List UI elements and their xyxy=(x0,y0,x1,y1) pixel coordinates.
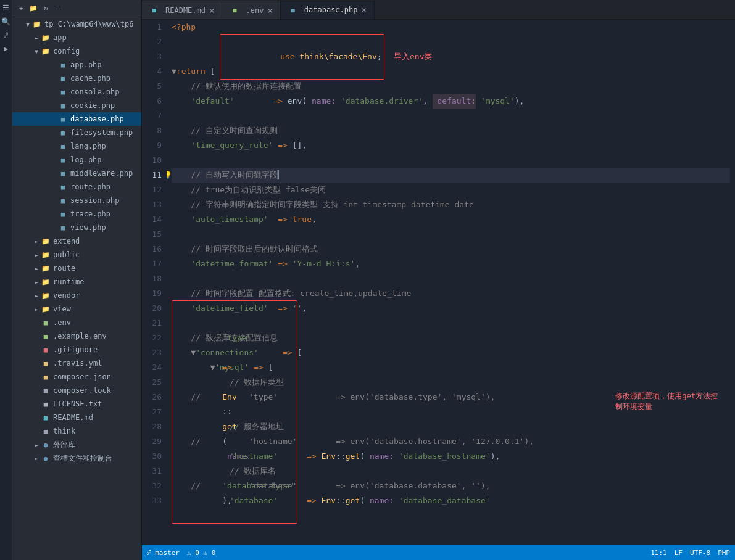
refresh-icon[interactable]: ↻ xyxy=(41,4,51,14)
trace-php-icon: ■ xyxy=(58,209,68,219)
l17-sp3 xyxy=(288,257,293,271)
code-content[interactable]: <?php use think\facade\Env; 导入env类 ▼ ret… xyxy=(167,20,735,545)
tree-item-gitignore[interactable]: ■ .gitignore xyxy=(12,343,141,356)
extend-icon: 📁 xyxy=(41,236,51,246)
config-folder-icon: 📁 xyxy=(41,46,51,56)
code-line-16: // 时间字段取出后的默认时间格式 xyxy=(172,242,730,257)
tree-item-license[interactable]: ■ LICENSE.txt xyxy=(12,397,141,411)
tree-item-scratches[interactable]: ► ● 查槽文件和控制台 xyxy=(12,451,141,465)
bulb-icon: 💡 xyxy=(167,168,172,183)
tree-item-config[interactable]: ▼ 📁 config xyxy=(12,44,141,58)
cache-php-icon: ■ xyxy=(58,73,68,83)
tree-item-cookie-php[interactable]: ■ cookie.php xyxy=(12,99,141,112)
tree-item-travis[interactable]: ■ .travis.yml xyxy=(12,356,141,370)
tree-item-composer-json[interactable]: ■ composer.json xyxy=(12,370,141,384)
status-warnings: ⚠ 0 ⚠ 0 xyxy=(187,549,215,557)
tree-item-external[interactable]: ► ● 外部库 xyxy=(12,438,141,451)
l33-name: name: xyxy=(365,493,394,508)
tree-item-filesystem-php[interactable]: ■ filesystem.php xyxy=(12,126,141,139)
tree-item-trace-php[interactable]: ■ trace.php xyxy=(12,207,141,221)
tree-item-view-php[interactable]: ■ view.php xyxy=(12,221,141,234)
tree-item-console-php[interactable]: ■ console.php xyxy=(12,85,141,99)
session-php-icon: ■ xyxy=(58,196,68,205)
route-php-icon: ■ xyxy=(58,182,68,192)
tab-env[interactable]: ■ .env × xyxy=(222,1,280,19)
session-php-label: session.php xyxy=(70,196,119,205)
tab-database-close[interactable]: × xyxy=(362,6,367,14)
route-icon: 📁 xyxy=(41,263,51,273)
tab-database[interactable]: ■ database.php × xyxy=(281,1,375,19)
l30-sp3 xyxy=(317,449,322,464)
code-line-6: 'default' => env( name: 'database.driver… xyxy=(172,94,730,109)
code-line-15 xyxy=(172,227,730,242)
l33-val: 'database_database' xyxy=(399,493,491,508)
new-folder-icon[interactable]: 📁 xyxy=(28,4,38,14)
route-php-label: route.php xyxy=(70,183,110,191)
composer-lock-icon: ■ xyxy=(41,385,51,395)
tree-item-database-php[interactable]: ■ database.php xyxy=(12,112,141,126)
tree-item-runtime[interactable]: ► 📁 runtime xyxy=(12,275,141,289)
tree-item-example-env[interactable]: ■ .example.env xyxy=(12,329,141,343)
l33-env: Env xyxy=(322,493,336,508)
tree-item-env[interactable]: ■ .env xyxy=(12,316,141,329)
tree-item-composer-lock[interactable]: ■ composer.lock xyxy=(12,384,141,397)
l6-comma: , xyxy=(423,94,433,109)
cookie-php-icon: ■ xyxy=(58,101,68,110)
code-line-27: 'type' => Env :: get ( name: 'database_t… xyxy=(172,405,730,419)
tree-item-view[interactable]: ► 📁 view xyxy=(12,302,141,316)
explorer-icon[interactable]: ☰ xyxy=(1,2,12,14)
new-file-icon[interactable]: + xyxy=(16,4,26,14)
collapse-icon[interactable]: – xyxy=(53,4,63,14)
tab-readme-close[interactable]: × xyxy=(209,6,214,15)
tree-item-cache-php[interactable]: ■ cache.php xyxy=(12,72,141,85)
root-arrow: ▼ xyxy=(23,21,32,28)
tree-item-app[interactable]: ► 📁 app xyxy=(12,31,141,44)
middleware-php-label: middleware.php xyxy=(70,169,133,178)
language: PHP xyxy=(718,549,730,557)
comment-19: // 时间字段配置 配置格式: create_time,update_time xyxy=(172,286,411,301)
tree-item-log-php[interactable]: ■ log.php xyxy=(12,153,141,167)
root-label: tp C:\wamp64\www\tp6 xyxy=(44,20,134,28)
lang-php-label: lang.php xyxy=(70,142,106,150)
tree-root[interactable]: ▼ 📁 tp C:\wamp64\www\tp6 xyxy=(12,17,141,31)
tree-item-route-php[interactable]: ■ route.php xyxy=(12,180,141,194)
code-line-8: // 自定义时间查询规则 xyxy=(172,123,730,138)
l27-key: 'type' xyxy=(222,333,251,342)
return-bracket: [ xyxy=(206,64,215,79)
debug-icon[interactable]: ▶ xyxy=(1,43,12,54)
l27-sp xyxy=(222,318,280,327)
l20-comma: , xyxy=(302,301,307,316)
tree-item-think[interactable]: ■ think xyxy=(12,424,141,438)
search-icon[interactable]: 🔍 xyxy=(1,16,12,27)
tree-item-vendor[interactable]: ► 📁 vendor xyxy=(12,289,141,302)
tree-item-lang-php[interactable]: ■ lang.php xyxy=(12,139,141,153)
tab-env-close[interactable]: × xyxy=(267,6,272,15)
tree-item-app-php[interactable]: ■ app.php xyxy=(12,58,141,72)
lang-php-icon: ■ xyxy=(58,141,68,151)
tree-item-route[interactable]: ► 📁 route xyxy=(12,261,141,275)
l6-sp4 xyxy=(476,94,481,109)
middleware-php-icon: ■ xyxy=(58,168,68,178)
app-arrow: ► xyxy=(32,35,41,41)
annotation-env-class: 导入env类 xyxy=(394,49,432,64)
l30-paren: ( xyxy=(360,449,365,464)
scratches-arrow: ► xyxy=(32,455,41,462)
tree-item-extend[interactable]: ► 📁 extend xyxy=(12,234,141,248)
tab-readme[interactable]: ■ README.md × xyxy=(142,1,222,19)
tree-item-public[interactable]: ► 📁 public xyxy=(12,248,141,261)
editor-area[interactable]: 12345 678910 1112131415 1617181920 21222… xyxy=(142,20,735,545)
tree-item-middleware-php[interactable]: ■ middleware.php xyxy=(12,167,141,180)
git-icon[interactable]: ☍ xyxy=(1,30,12,41)
code-line-3: use think\facade\Env; 导入env类 xyxy=(172,49,730,64)
app-folder-icon: 📁 xyxy=(41,33,51,43)
travis-label: .travis.yml xyxy=(53,359,102,368)
sidebar-toolbar: + 📁 ↻ – xyxy=(12,0,141,17)
tab-readme-label: README.md xyxy=(165,6,206,15)
scratches-icon: ● xyxy=(41,453,51,463)
tree-item-readme[interactable]: ■ README.md xyxy=(12,411,141,424)
tab-readme-icon: ■ xyxy=(149,6,159,15)
tab-bar: ■ README.md × ■ .env × ■ database.php × xyxy=(142,0,735,20)
comment-29: // 'hostname' => env('database.hostname'… xyxy=(172,434,534,449)
tree-item-session-php[interactable]: ■ session.php xyxy=(12,194,141,207)
runtime-label: runtime xyxy=(53,278,85,286)
